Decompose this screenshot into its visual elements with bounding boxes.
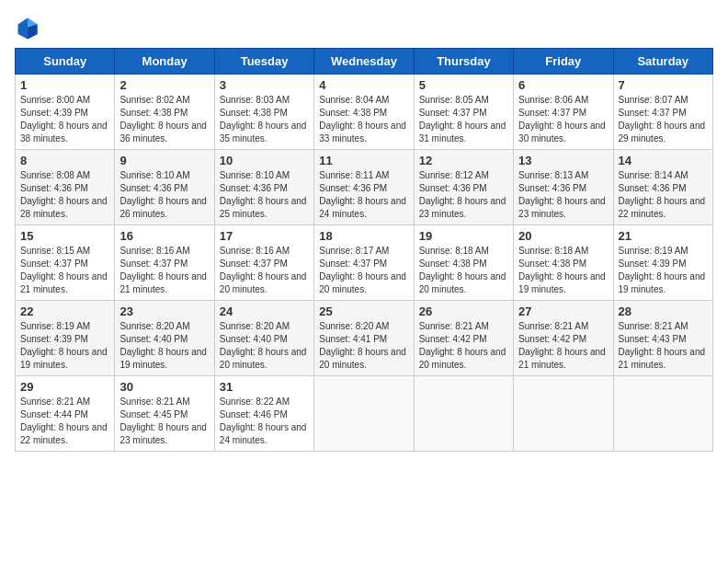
- col-sunday: Sunday: [16, 49, 115, 75]
- table-row: 23 Sunrise: 8:20 AM Sunset: 4:40 PM Dayl…: [115, 301, 214, 376]
- calendar-week-3: 15 Sunrise: 8:15 AM Sunset: 4:37 PM Dayl…: [16, 225, 713, 301]
- col-thursday: Thursday: [414, 49, 513, 75]
- empty-cell: [613, 376, 712, 452]
- table-row: 5 Sunrise: 8:05 AM Sunset: 4:37 PM Dayli…: [414, 75, 513, 150]
- calendar-week-2: 8 Sunrise: 8:08 AM Sunset: 4:36 PM Dayli…: [16, 150, 713, 225]
- table-row: 8 Sunrise: 8:08 AM Sunset: 4:36 PM Dayli…: [16, 150, 115, 225]
- table-row: 9 Sunrise: 8:10 AM Sunset: 4:36 PM Dayli…: [115, 150, 214, 225]
- table-row: 16 Sunrise: 8:16 AM Sunset: 4:37 PM Dayl…: [115, 225, 214, 301]
- table-row: 11 Sunrise: 8:11 AM Sunset: 4:36 PM Dayl…: [314, 150, 414, 225]
- calendar-week-4: 22 Sunrise: 8:19 AM Sunset: 4:39 PM Dayl…: [16, 301, 713, 376]
- table-row: 27 Sunrise: 8:21 AM Sunset: 4:42 PM Dayl…: [514, 301, 613, 376]
- page-header: [15, 15, 713, 40]
- table-row: 3 Sunrise: 8:03 AM Sunset: 4:38 PM Dayli…: [214, 75, 313, 150]
- table-row: 30 Sunrise: 8:21 AM Sunset: 4:45 PM Dayl…: [115, 376, 214, 452]
- table-row: 31 Sunrise: 8:22 AM Sunset: 4:46 PM Dayl…: [214, 376, 313, 452]
- col-tuesday: Tuesday: [214, 49, 313, 75]
- table-row: 20 Sunrise: 8:18 AM Sunset: 4:38 PM Dayl…: [514, 225, 613, 301]
- col-friday: Friday: [514, 49, 613, 75]
- table-row: 22 Sunrise: 8:19 AM Sunset: 4:39 PM Dayl…: [16, 301, 115, 376]
- table-row: 6 Sunrise: 8:06 AM Sunset: 4:37 PM Dayli…: [514, 75, 613, 150]
- table-row: 12 Sunrise: 8:12 AM Sunset: 4:36 PM Dayl…: [414, 150, 513, 225]
- table-row: 15 Sunrise: 8:15 AM Sunset: 4:37 PM Dayl…: [16, 225, 115, 301]
- table-row: 4 Sunrise: 8:04 AM Sunset: 4:38 PM Dayli…: [314, 75, 414, 150]
- table-row: 1 Sunrise: 8:00 AM Sunset: 4:39 PM Dayli…: [16, 75, 115, 150]
- table-row: 25 Sunrise: 8:20 AM Sunset: 4:41 PM Dayl…: [314, 301, 414, 376]
- logo: [15, 15, 44, 40]
- table-row: 19 Sunrise: 8:18 AM Sunset: 4:38 PM Dayl…: [414, 225, 513, 301]
- calendar-body: 1 Sunrise: 8:00 AM Sunset: 4:39 PM Dayli…: [16, 75, 713, 452]
- table-row: 29 Sunrise: 8:21 AM Sunset: 4:44 PM Dayl…: [16, 376, 115, 452]
- empty-cell: [314, 376, 414, 452]
- calendar-table: Sunday Monday Tuesday Wednesday Thursday…: [15, 48, 713, 452]
- table-row: 13 Sunrise: 8:13 AM Sunset: 4:36 PM Dayl…: [514, 150, 613, 225]
- table-row: 28 Sunrise: 8:21 AM Sunset: 4:43 PM Dayl…: [613, 301, 712, 376]
- col-monday: Monday: [115, 49, 214, 75]
- col-wednesday: Wednesday: [314, 49, 414, 75]
- empty-cell: [514, 376, 613, 452]
- col-saturday: Saturday: [613, 49, 712, 75]
- table-row: 18 Sunrise: 8:17 AM Sunset: 4:37 PM Dayl…: [314, 225, 414, 301]
- calendar-header-row: Sunday Monday Tuesday Wednesday Thursday…: [16, 49, 713, 75]
- table-row: 24 Sunrise: 8:20 AM Sunset: 4:40 PM Dayl…: [214, 301, 313, 376]
- table-row: 21 Sunrise: 8:19 AM Sunset: 4:39 PM Dayl…: [613, 225, 712, 301]
- calendar-week-1: 1 Sunrise: 8:00 AM Sunset: 4:39 PM Dayli…: [16, 75, 713, 150]
- table-row: 26 Sunrise: 8:21 AM Sunset: 4:42 PM Dayl…: [414, 301, 513, 376]
- table-row: 10 Sunrise: 8:10 AM Sunset: 4:36 PM Dayl…: [214, 150, 313, 225]
- table-row: 7 Sunrise: 8:07 AM Sunset: 4:37 PM Dayli…: [613, 75, 712, 150]
- table-row: 14 Sunrise: 8:14 AM Sunset: 4:36 PM Dayl…: [613, 150, 712, 225]
- logo-icon: [15, 15, 40, 40]
- calendar-week-5: 29 Sunrise: 8:21 AM Sunset: 4:44 PM Dayl…: [16, 376, 713, 452]
- empty-cell: [414, 376, 513, 452]
- table-row: 2 Sunrise: 8:02 AM Sunset: 4:38 PM Dayli…: [115, 75, 214, 150]
- table-row: 17 Sunrise: 8:16 AM Sunset: 4:37 PM Dayl…: [214, 225, 313, 301]
